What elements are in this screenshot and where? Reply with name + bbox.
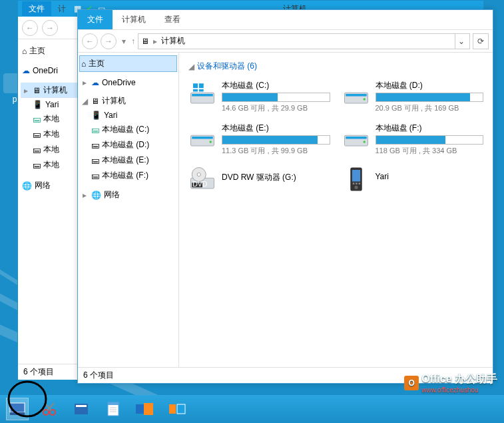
breadcrumb-sep: ▸ (153, 37, 157, 46)
svg-rect-21 (352, 170, 360, 182)
svg-rect-35 (108, 402, 119, 405)
drive-icon (342, 80, 370, 108)
collapse-icon[interactable]: ◢ (81, 97, 89, 106)
recent-dropdown[interactable]: ▾ (119, 37, 128, 46)
usage-bar (376, 93, 484, 102)
svg-rect-10 (192, 137, 213, 139)
svg-rect-7 (346, 94, 367, 97)
expand-icon[interactable]: ▸ (81, 191, 89, 200)
breadcrumb-computer[interactable]: 计算机 (161, 35, 185, 47)
phone-icon: 📱 (91, 111, 101, 120)
svg-rect-4 (193, 89, 198, 92)
dvd-drive[interactable]: DVD DVD RW 驱动器 (G:) (186, 163, 333, 196)
home-icon: ⌂ (22, 47, 27, 56)
usage-bar (222, 93, 330, 102)
watermark-logo-icon: O (404, 376, 419, 390)
drive-e[interactable]: 本地磁盘 (E:) 11.3 GB 可用 , 共 99.9 GB (186, 120, 333, 159)
svg-rect-42 (177, 404, 185, 414)
drive-icon: 🖴 (91, 141, 99, 150)
drive-icon: 🖴 (33, 145, 41, 155)
free-space-text: 20.9 GB 可用 , 共 169 GB (376, 103, 484, 113)
back-button[interactable]: ← (22, 20, 38, 36)
watermark: O Office 办公助手 www.officezhushou (404, 372, 497, 394)
drive-label: 本地磁盘 (D:) (376, 80, 484, 91)
free-space-text: 11.3 GB 可用 , 共 99.9 GB (222, 146, 330, 156)
computer-icon: 🖥 (33, 86, 41, 95)
tree-computer[interactable]: ◢ 🖥 计算机 (79, 93, 177, 109)
svg-rect-5 (199, 89, 204, 92)
computer-icon: 🖥 (91, 97, 99, 106)
taskbar-snip-icon[interactable] (39, 398, 60, 420)
device-label: Yari (376, 172, 484, 181)
taskbar-notepad-icon[interactable] (103, 398, 124, 420)
svg-rect-33 (76, 405, 87, 407)
svg-rect-2 (193, 83, 198, 88)
drive-icon (188, 123, 216, 151)
phone-device[interactable]: Yari (340, 163, 487, 196)
drive-icon: 🖴 (91, 156, 99, 165)
taskbar-explorer-icon[interactable] (7, 398, 28, 420)
tree-home[interactable]: ⌂ 主页 (79, 55, 177, 72)
address-dropdown[interactable]: ⌄ (455, 34, 467, 49)
drive-icon: 🖴 (33, 115, 41, 124)
taskbar-app3-icon[interactable] (166, 398, 188, 420)
back-button-front[interactable]: ← (82, 33, 98, 49)
cloud-icon: ☁ (91, 78, 99, 87)
content-pane[interactable]: ◢ 设备和驱动器 (6) 本地磁盘 (C:) 14.6 GB 可用 , 共 29… (179, 53, 493, 367)
drive-label: 本地磁盘 (C:) (222, 80, 330, 91)
up-button[interactable]: ↑ (131, 37, 135, 46)
drive-c[interactable]: 本地磁盘 (C:) 14.6 GB 可用 , 共 29.9 GB (186, 77, 333, 116)
drive-label: 本地磁盘 (E:) (222, 123, 330, 134)
drive-f[interactable]: 本地磁盘 (F:) 118 GB 可用 , 共 334 GB (340, 120, 487, 159)
svg-rect-3 (199, 83, 204, 88)
tab-view[interactable]: 查看 (155, 10, 190, 29)
tree-yari[interactable]: 📱 Yari (79, 109, 177, 122)
svg-rect-40 (144, 403, 153, 415)
drive-icon: 🖴 (33, 161, 41, 170)
svg-point-11 (210, 141, 212, 143)
svg-rect-1 (192, 94, 213, 97)
drive-icon (188, 80, 216, 108)
refresh-button[interactable]: ⟳ (473, 33, 489, 49)
taskbar[interactable] (0, 395, 504, 423)
svg-rect-25 (358, 183, 360, 185)
tree-network[interactable]: ▸ 🌐 网络 (79, 187, 177, 203)
address-bar[interactable]: 🖥 ▸ 计算机 ⌄ (138, 33, 470, 49)
tree-disk-d[interactable]: 🖴 本地磁盘 (D:) (79, 137, 177, 153)
drive-icon (342, 123, 370, 151)
tree-disk-c[interactable]: 🖴 本地磁盘 (C:) (79, 122, 177, 137)
network-icon: 🌐 (91, 191, 101, 200)
tree-disk-e[interactable]: 🖴 本地磁盘 (E:) (79, 153, 177, 168)
svg-rect-13 (346, 137, 367, 139)
taskbar-app1-icon[interactable] (71, 398, 92, 420)
svg-rect-39 (136, 404, 145, 414)
file-tab-back[interactable]: 文件 (22, 1, 51, 16)
phone-icon (342, 165, 370, 193)
forward-button-front[interactable]: → (101, 33, 117, 49)
tree-onedrive[interactable]: ▸ ☁ OneDrive (79, 76, 177, 89)
tab-computer[interactable]: 计算机 (113, 10, 155, 29)
tab-file[interactable]: 文件 (78, 10, 113, 29)
expand-icon[interactable]: ▸ (81, 78, 89, 87)
collapse-icon[interactable]: ◢ (188, 62, 194, 71)
computer-icon: 🖥 (141, 37, 149, 46)
navbar-front: ← → ▾ ↑ 🖥 ▸ 计算机 ⌄ ⟳ (78, 30, 493, 53)
drive-d[interactable]: 本地磁盘 (D:) 20.9 GB 可用 , 共 169 GB (340, 77, 487, 116)
svg-point-17 (197, 173, 200, 176)
svg-point-22 (354, 186, 358, 189)
tab-partial-back[interactable]: 计 (55, 3, 69, 15)
group-header-devices[interactable]: ◢ 设备和驱动器 (6) (186, 58, 486, 77)
nav-tree-front: ⌂ 主页 ▸ ☁ OneDrive ◢ 🖥 计算机 📱 Yari 🖴 本地磁盘 (78, 53, 179, 367)
svg-rect-23 (352, 183, 354, 185)
expand-icon[interactable]: ▸ (22, 86, 30, 95)
forward-button[interactable]: → (42, 20, 58, 36)
usage-bar (376, 135, 484, 145)
svg-rect-24 (356, 183, 358, 185)
cloud-icon: ☁ (22, 66, 30, 75)
drive-icon: 🖴 (91, 171, 99, 181)
taskbar-app2-icon[interactable] (134, 398, 156, 420)
tree-disk-f[interactable]: 🖴 本地磁盘 (F:) (79, 168, 177, 183)
dvd-icon: DVD (188, 165, 216, 193)
home-icon: ⌂ (81, 59, 86, 69)
svg-text:DVD: DVD (192, 180, 208, 188)
